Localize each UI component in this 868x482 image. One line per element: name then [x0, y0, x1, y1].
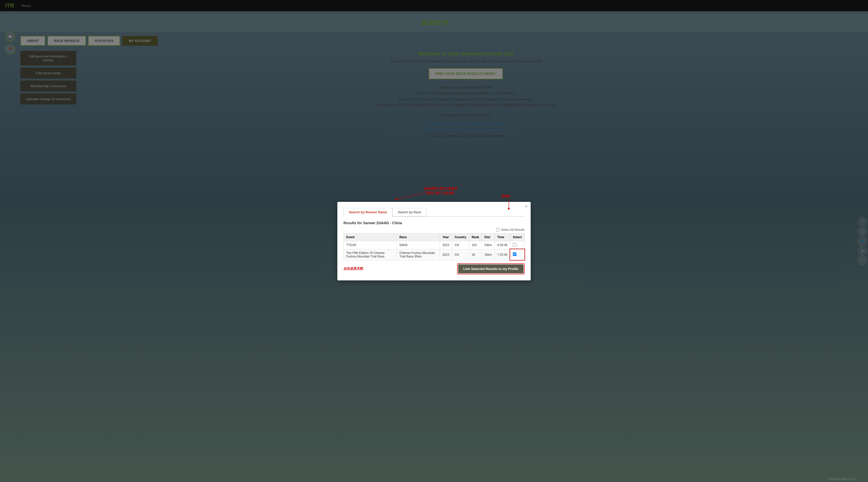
row-checkbox[interactable]	[513, 243, 517, 247]
annotation-link: 点击这里关联	[343, 266, 363, 271]
col-select: Select	[510, 233, 524, 241]
annotation-arrow1	[393, 192, 426, 202]
col-event: Event	[344, 233, 397, 241]
table-cell: 54km	[482, 241, 495, 249]
svg-line-0	[396, 193, 424, 199]
col-country: Country	[452, 233, 469, 241]
col-year: Year	[440, 233, 452, 241]
table-cell: 35km	[482, 249, 495, 260]
table-cell: 2023	[440, 241, 452, 249]
modal-tab-race[interactable]: Search by Race	[392, 208, 427, 216]
annotation-select: 选择好	[501, 194, 510, 198]
table-cell: 50KM	[397, 241, 440, 249]
table-cell: 103	[469, 241, 482, 249]
table-cell: CN	[452, 241, 469, 249]
table-cell: 7:25:40	[495, 249, 510, 260]
row-checkbox[interactable]	[513, 252, 517, 256]
table-cell: 2023	[440, 249, 452, 260]
table-cell: The Fifth Edition Of Chinese Fushou Moun…	[344, 249, 397, 260]
row-select-cell	[510, 241, 524, 249]
select-all-row: Select All Results	[343, 228, 525, 232]
link-results-button[interactable]: Link Selected Results to my Profile	[458, 264, 524, 273]
modal-dialog: 如果成绩不是自己想要的 【返回上级】点击这里 选择好 × Search by R…	[337, 202, 531, 280]
table-row: TTEAR50KM2023CN10354km9:28:46	[344, 241, 525, 249]
table-cell: TTEAR	[344, 241, 397, 249]
results-title: Results for Sanwei ZHANG - China	[343, 221, 525, 225]
table-cell: Chinese Fushou Mountain Trail Race-35km	[397, 249, 440, 260]
modal-footer: 点击这里关联 Link Selected Results to my Profi…	[343, 263, 525, 274]
modal-overlay: 如果成绩不是自己想要的 【返回上级】点击这里 选择好 × Search by R…	[0, 0, 868, 482]
modal-tab-runner[interactable]: Search by Runner Name	[343, 208, 392, 217]
col-dist: Dist	[482, 233, 495, 241]
watermark: CSDN @CTRAE大大大	[829, 477, 855, 481]
col-race: Race	[397, 233, 440, 241]
modal-tabs: Search by Runner Name Search by Race	[343, 208, 525, 217]
table-cell: CN	[452, 249, 469, 260]
annotation-top: 如果成绩不是自己想要的 【返回上级】点击这里	[424, 187, 457, 195]
col-rank: Rank	[469, 233, 482, 241]
results-table: Event Race Year Country Rank Dist Time S…	[343, 233, 525, 260]
select-all-checkbox[interactable]	[496, 228, 499, 231]
table-row: The Fifth Edition Of Chinese Fushou Moun…	[344, 249, 525, 260]
select-all-label: Select All Results	[501, 228, 525, 232]
modal-close-button[interactable]: ×	[525, 204, 528, 209]
row-select-cell	[510, 249, 524, 260]
table-cell: 34	[469, 249, 482, 260]
col-time: Time	[495, 233, 510, 241]
table-cell: 9:28:46	[495, 241, 510, 249]
